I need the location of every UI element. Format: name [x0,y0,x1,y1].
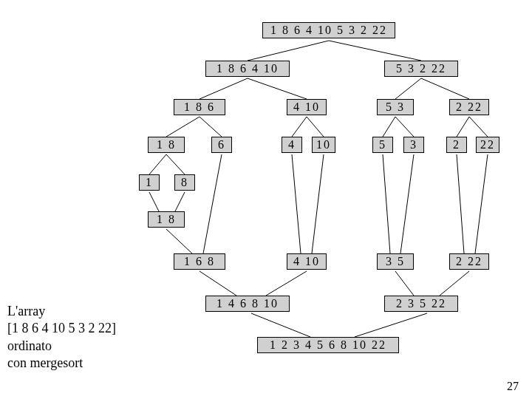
svg-line-22 [383,154,390,253]
svg-line-26 [200,271,236,296]
svg-line-21 [312,154,324,253]
node-lrl: 4 [282,137,302,153]
node-ll-merged: 1 6 8 [174,253,225,270]
svg-line-29 [440,271,469,296]
page-number: 27 [507,380,519,393]
node-ll: 1 8 6 [174,99,225,115]
svg-line-3 [248,78,307,99]
node-rlr: 3 [403,137,424,153]
caption-line-1: L'array [7,303,116,320]
caption-line-3: ordinato [7,338,116,355]
node-llll: 1 [139,174,160,191]
node-root-merged: 1 2 3 4 5 6 8 10 22 [257,337,399,353]
svg-line-17 [175,192,185,211]
svg-line-23 [400,154,414,253]
node-lrr: 10 [312,137,335,153]
svg-line-31 [355,313,427,337]
svg-line-4 [395,78,421,99]
svg-line-10 [383,117,395,137]
svg-line-2 [200,78,248,99]
node-root: 1 8 6 4 10 5 3 2 22 [262,22,395,38]
svg-line-11 [395,117,414,137]
node-lr: 4 10 [287,99,327,115]
node-rll: 5 [372,137,393,153]
svg-line-0 [248,41,329,61]
svg-line-5 [421,78,469,99]
caption-block: L'array [1 8 6 4 10 5 3 2 22] ordinato c… [7,303,116,372]
caption-line-4: con mergesort [7,355,116,372]
svg-line-14 [149,154,166,174]
svg-line-18 [166,229,192,253]
node-rl: 5 3 [377,99,414,115]
svg-line-9 [307,117,324,137]
node-r: 5 3 2 22 [384,61,458,77]
svg-line-13 [469,117,488,137]
node-l-merged: 1 4 6 8 10 [205,296,290,312]
node-rl-merged: 3 5 [377,253,414,270]
node-rrl: 2 [446,137,467,153]
svg-line-25 [475,154,488,253]
node-l: 1 8 6 4 10 [205,61,290,77]
node-lll: 1 8 [148,137,185,153]
svg-line-19 [203,154,222,253]
svg-line-20 [292,154,301,253]
node-llr: 6 [211,137,232,153]
svg-line-27 [266,271,307,296]
svg-line-1 [329,41,421,61]
svg-line-12 [457,117,469,137]
node-r-merged: 2 3 5 22 [384,296,458,312]
svg-line-8 [292,117,307,137]
svg-line-16 [149,192,159,211]
node-lllr: 8 [174,174,195,191]
caption-line-2: [1 8 6 4 10 5 3 2 22] [7,320,116,337]
svg-line-30 [251,313,310,337]
node-lll-merged: 1 8 [148,211,185,228]
svg-line-15 [166,154,185,174]
svg-line-28 [395,271,414,296]
svg-line-6 [166,117,200,137]
node-rrr: 22 [476,137,499,153]
node-rr-merged: 2 22 [449,253,489,270]
svg-line-7 [200,117,222,137]
node-rr: 2 22 [449,99,489,115]
svg-line-24 [457,154,464,253]
node-lr-merged: 4 10 [287,253,327,270]
